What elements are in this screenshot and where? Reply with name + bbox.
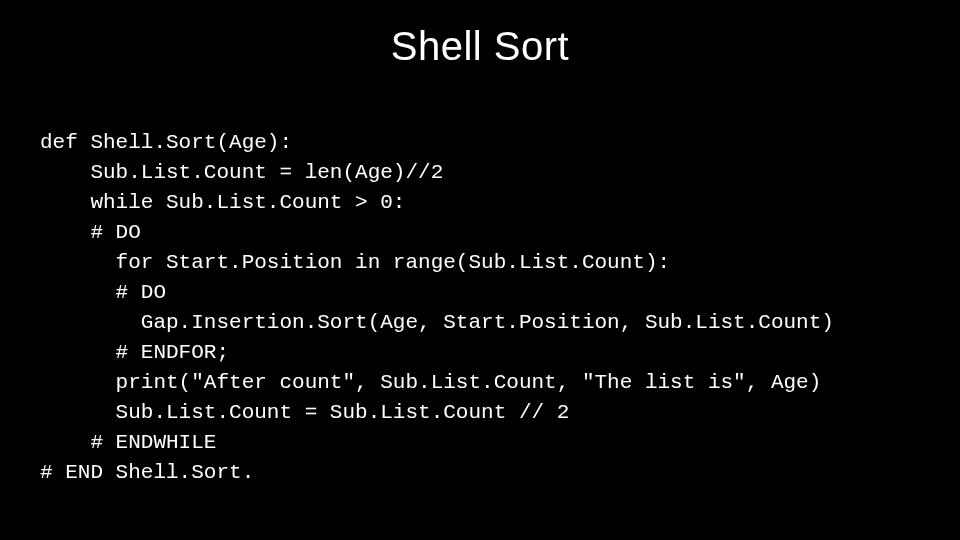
- code-block: def Shell.Sort(Age): Sub.List.Count = le…: [40, 128, 834, 488]
- slide: Shell Sort def Shell.Sort(Age): Sub.List…: [0, 0, 960, 540]
- slide-title: Shell Sort: [0, 24, 960, 69]
